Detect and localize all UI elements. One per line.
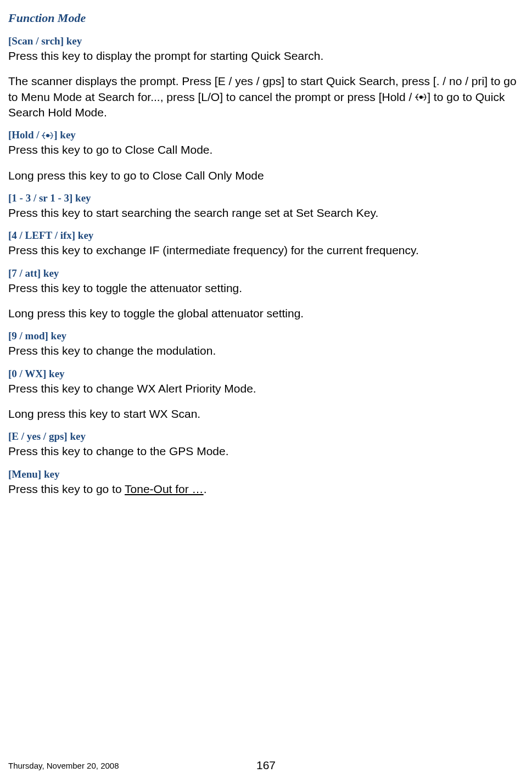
- close-call-icon: [415, 93, 427, 102]
- menu-heading: [Menu] key: [8, 468, 524, 480]
- svg-point-3: [47, 135, 49, 137]
- hold-line2: Long press this key to go to Close Call …: [8, 168, 524, 183]
- menu-line1-b: .: [204, 483, 207, 495]
- left-ifx-line1: Press this key to exchange IF (intermedi…: [8, 243, 524, 258]
- wx-line2: Long press this key to start WX Scan.: [8, 406, 524, 422]
- footer-page-number: 167: [256, 759, 276, 772]
- menu-line1: Press this key to go to Tone-Out for ….: [8, 481, 524, 497]
- att-line2: Long press this key to toggle the global…: [8, 306, 524, 321]
- svg-point-0: [420, 96, 423, 99]
- mod-heading: [9 / mod] key: [8, 330, 524, 342]
- page-footer: Thursday, November 20, 2008 167: [8, 761, 524, 770]
- gps-line1: Press this key to change to the GPS Mode…: [8, 444, 524, 459]
- tone-out-link[interactable]: Tone-Out for …: [125, 483, 204, 495]
- scan-srch-heading: [Scan / srch] key: [8, 35, 524, 47]
- sr13-heading: [1 - 3 / sr 1 - 3] key: [8, 192, 524, 204]
- hold-line1: Press this key to go to Close Call Mode.: [8, 142, 524, 158]
- wx-line1: Press this key to change WX Alert Priori…: [8, 381, 524, 396]
- wx-heading: [0 / WX] key: [8, 368, 524, 380]
- hold-heading: [Hold / ] key: [8, 129, 524, 141]
- scan-srch-para2: The scanner displays the prompt. Press […: [8, 74, 524, 120]
- hold-heading-b: ] key: [54, 129, 76, 141]
- close-call-icon: [42, 131, 54, 140]
- left-ifx-heading: [4 / LEFT / ifx] key: [8, 229, 524, 242]
- mod-line1: Press this key to change the modulation.: [8, 343, 524, 359]
- section-title: Function Mode: [8, 11, 524, 25]
- att-heading: [7 / att] key: [8, 267, 524, 279]
- att-line1: Press this key to toggle the attenuator …: [8, 281, 524, 296]
- hold-heading-a: [Hold /: [8, 129, 42, 141]
- gps-heading: [E / yes / gps] key: [8, 430, 524, 443]
- scan-srch-line1: Press this key to display the prompt for…: [8, 48, 524, 64]
- sr13-line1: Press this key to start searching the se…: [8, 205, 524, 221]
- footer-date: Thursday, November 20, 2008: [8, 761, 119, 770]
- menu-line1-a: Press this key to go to: [8, 483, 125, 495]
